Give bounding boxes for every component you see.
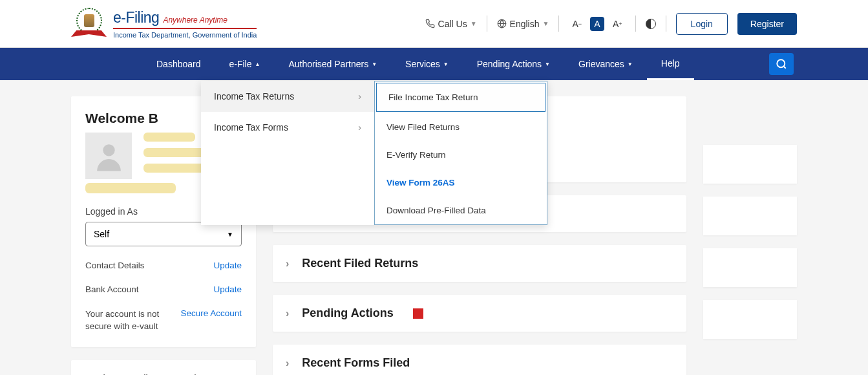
secure-status-text: Your account is not secure with e-vault	[85, 308, 174, 333]
nav-dashboard[interactable]: Dashboard	[142, 48, 215, 80]
call-us-dropdown[interactable]: Call Us ▼	[425, 19, 477, 29]
register-button[interactable]: Register	[737, 13, 797, 35]
font-decrease-button[interactable]: A−	[569, 17, 585, 31]
menu-label: Income Tax Returns	[214, 91, 294, 102]
pending-actions-accordion[interactable]: › Pending Actions	[273, 295, 686, 332]
chevron-right-icon: ›	[358, 91, 361, 102]
call-us-label: Call Us	[438, 19, 467, 29]
top-bar: e-Filing Anywhere Anytime Income Tax Dep…	[0, 0, 868, 48]
update-bank-link[interactable]: Update	[213, 284, 242, 294]
nav-efile-label: e-File	[229, 59, 252, 69]
font-normal-button[interactable]: A	[590, 17, 604, 31]
govt-emblem-icon	[71, 6, 107, 41]
search-icon	[776, 58, 787, 70]
caret-down-icon: ▼	[471, 20, 477, 27]
svg-line-3	[783, 66, 785, 68]
caret-up-icon: ▲	[255, 61, 260, 67]
nav-grievances[interactable]: Grievances ▼	[564, 48, 647, 80]
caret-down-icon: ▼	[227, 231, 233, 238]
nav-authorised-partners[interactable]: Authorised Partners ▼	[274, 48, 391, 80]
logo-area: e-Filing Anywhere Anytime Income Tax Dep…	[71, 6, 257, 41]
logged-in-as-select[interactable]: Self ▼	[85, 222, 242, 246]
font-increase-button[interactable]: A+	[609, 17, 626, 31]
caret-down-icon: ▼	[372, 61, 377, 67]
nav-auth-label: Authorised Partners	[288, 59, 368, 69]
menu-income-tax-forms[interactable]: Income Tax Forms ›	[201, 112, 374, 143]
recent-forms-title: Recent Forms Filed	[302, 356, 410, 370]
phone-icon	[425, 19, 435, 28]
chevron-right-icon: ›	[286, 358, 289, 369]
caret-down-icon: ▼	[545, 61, 550, 67]
logo-subtitle: Income Tax Department, Government of Ind…	[113, 31, 257, 39]
secure-account-link[interactable]: Secure Account	[180, 308, 242, 318]
nav-pending-actions[interactable]: Pending Actions ▼	[463, 48, 564, 80]
language-dropdown[interactable]: English ▼	[497, 19, 549, 29]
chevron-right-icon: ›	[286, 308, 289, 319]
recent-forms-accordion[interactable]: › Recent Forms Filed	[273, 345, 686, 375]
logo-tagline: Anywhere Anytime	[163, 16, 228, 25]
globe-icon	[497, 19, 507, 28]
menu-view-26as[interactable]: View Form 26AS	[375, 169, 547, 197]
language-label: English	[510, 19, 540, 29]
nav-pending-label: Pending Actions	[477, 59, 542, 69]
menu-everify[interactable]: E-Verify Return	[375, 141, 547, 169]
menu-download-prefill[interactable]: Download Pre-Filled Data	[375, 197, 547, 224]
right-widget	[703, 197, 797, 235]
alert-badge-icon	[413, 308, 423, 319]
right-widget	[703, 248, 797, 287]
nav-services-label: Services	[405, 59, 440, 69]
caret-down-icon: ▼	[443, 61, 449, 67]
svg-point-4	[103, 144, 114, 156]
dropdown-level2: File Income Tax Return View Filed Return…	[374, 81, 547, 225]
font-size-controls: A− A A+	[569, 17, 625, 31]
chevron-right-icon: ›	[358, 122, 361, 133]
redacted-profile-info	[143, 133, 208, 173]
nav-grievances-label: Grievances	[578, 59, 624, 69]
svg-point-2	[777, 59, 785, 67]
select-value: Self	[94, 229, 109, 239]
pending-actions-title: Pending Actions	[302, 306, 393, 320]
main-nav: Dashboard e-File ▲ Authorised Partners ▼…	[0, 48, 868, 80]
contrast-toggle-icon[interactable]	[646, 19, 656, 29]
top-actions: Call Us ▼ English ▼ A− A A+ Login Regist…	[425, 13, 797, 35]
menu-income-tax-returns[interactable]: Income Tax Returns ›	[201, 81, 374, 112]
contact-details-label: Contact Details	[85, 261, 145, 270]
update-contact-link[interactable]: Update	[213, 261, 242, 270]
bank-account-label: Bank Account	[85, 284, 139, 294]
nav-efile[interactable]: e-File ▲	[215, 48, 275, 80]
chevron-right-icon: ›	[286, 258, 289, 270]
avatar-icon	[85, 133, 132, 179]
menu-label: Income Tax Forms	[214, 122, 288, 133]
menu-view-filed[interactable]: View Filed Returns	[375, 113, 547, 141]
efile-dropdown-menu: Income Tax Returns › Income Tax Forms › …	[201, 81, 547, 225]
logo-text: e-Filing Anywhere Anytime Income Tax Dep…	[113, 9, 257, 39]
nav-help[interactable]: Help	[647, 48, 694, 80]
right-widget	[703, 145, 797, 184]
outstanding-demand-card: Total Outstanding Demand Nil	[71, 360, 256, 375]
dropdown-level1: Income Tax Returns › Income Tax Forms ›	[201, 81, 374, 225]
recent-filed-title: Recent Filed Returns	[302, 257, 418, 270]
nav-services[interactable]: Services ▼	[391, 48, 463, 80]
right-widget	[703, 300, 797, 339]
caret-down-icon: ▼	[542, 20, 549, 27]
search-button[interactable]	[769, 53, 794, 75]
logo-title: e-Filing	[113, 9, 159, 27]
right-sidebar	[703, 96, 797, 375]
recent-filed-accordion[interactable]: › Recent Filed Returns	[273, 245, 686, 282]
caret-down-icon: ▼	[628, 61, 633, 67]
menu-file-itr[interactable]: File Income Tax Return	[376, 83, 545, 112]
login-button[interactable]: Login	[676, 13, 728, 35]
